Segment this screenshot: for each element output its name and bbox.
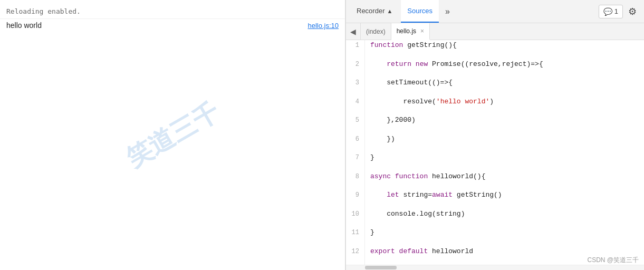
line-number: 12: [346, 246, 365, 265]
line-number: 8: [346, 171, 365, 190]
tab-sources[interactable]: Sources: [401, 0, 439, 23]
line-content: }: [365, 227, 644, 246]
line-content: function getString(){: [365, 40, 644, 59]
line-content: async function helloworld(){: [365, 171, 644, 190]
line-number: 3: [346, 78, 365, 97]
line-number: 1: [346, 40, 365, 59]
line-content: let string=await getString(): [365, 190, 644, 209]
devtools-toolbar: Recorder ▲ Sources » 💬 1 ⚙: [346, 0, 644, 23]
line-number: 2: [346, 59, 365, 78]
code-line: 2 return new Promise((resolve,reject)=>{: [346, 59, 644, 78]
csdn-label: CSDN @笑道三千: [587, 256, 639, 265]
code-line: 8async function helloworld(){: [346, 171, 644, 190]
sources-label: Sources: [407, 7, 432, 15]
console-panel: Reloading enabled. hello world hello.js:…: [0, 0, 345, 270]
code-line: 6 }): [346, 134, 644, 153]
more-tabs-button[interactable]: »: [441, 5, 454, 18]
code-line: 5 },2000): [346, 115, 644, 134]
code-line: 3 setTimeout(()=>{: [346, 78, 644, 97]
file-tabs: ◀ (index) hello.js ×: [346, 23, 644, 40]
code-line: 10 console.log(string): [346, 209, 644, 228]
line-number: 10: [346, 209, 365, 228]
code-line: 1function getString(){: [346, 40, 644, 59]
recorder-label: Recorder: [357, 7, 385, 15]
settings-button[interactable]: ⚙: [625, 4, 640, 19]
line-number: 9: [346, 190, 365, 209]
scrollbar-thumb[interactable]: [365, 266, 397, 269]
editor-scrollbar[interactable]: [346, 265, 644, 270]
recorder-icon: ▲: [387, 8, 392, 14]
hello-tab-label: hello.js: [397, 27, 416, 35]
code-line: 7}: [346, 152, 644, 171]
line-number: 4: [346, 97, 365, 115]
line-content: return new Promise((resolve,reject)=>{: [365, 59, 644, 78]
line-content: }): [365, 134, 644, 153]
line-content: }: [365, 152, 644, 171]
watermark: 笑道三千: [120, 95, 225, 175]
close-tab-button[interactable]: ×: [420, 27, 424, 35]
console-log-row: hello world hello.js:10: [0, 18, 345, 32]
notifications-count: 1: [614, 7, 618, 15]
console-log-source[interactable]: hello.js:10: [307, 22, 339, 30]
line-number: 6: [346, 134, 365, 153]
devtools-panel: Recorder ▲ Sources » 💬 1 ⚙ ◀ (index) hel…: [345, 0, 644, 270]
tab-index[interactable]: (index): [361, 23, 391, 40]
line-content: console.log(string): [365, 209, 644, 228]
line-number: 7: [346, 152, 365, 171]
panel-toggle-button[interactable]: ◀: [346, 23, 361, 40]
console-reload-text: Reloading enabled.: [0, 4, 345, 18]
code-lines: 1function getString(){2 return new Promi…: [346, 40, 644, 265]
code-line: 4 resolve('hello world'): [346, 97, 644, 115]
code-line: 11}: [346, 227, 644, 246]
code-line: 9 let string=await getString(): [346, 190, 644, 209]
index-tab-label: (index): [366, 28, 386, 35]
line-content: resolve('hello world'): [365, 97, 644, 115]
tab-recorder[interactable]: Recorder ▲: [350, 0, 399, 23]
line-number: 11: [346, 227, 365, 246]
code-editor[interactable]: 1function getString(){2 return new Promi…: [346, 40, 644, 265]
chat-icon: 💬: [603, 7, 612, 16]
notifications-button[interactable]: 💬 1: [599, 5, 623, 18]
line-content: },2000): [365, 115, 644, 134]
console-log-text: hello world: [6, 21, 42, 30]
line-content: setTimeout(()=>{: [365, 78, 644, 97]
tab-hello-js[interactable]: hello.js ×: [391, 23, 430, 40]
line-number: 5: [346, 115, 365, 134]
